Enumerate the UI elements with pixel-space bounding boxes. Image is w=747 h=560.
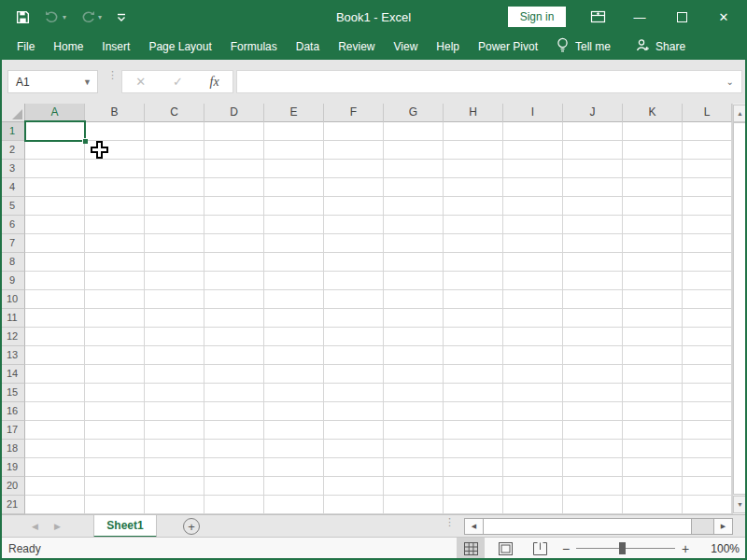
sheet-tab-sheet1[interactable]: Sheet1 [93, 515, 157, 538]
cell-D20[interactable] [204, 477, 264, 496]
new-sheet-button[interactable]: + [183, 518, 200, 535]
cell-I14[interactable] [503, 365, 563, 384]
cell-K9[interactable] [623, 272, 683, 290]
cell-I4[interactable] [503, 178, 563, 197]
scroll-up-icon[interactable]: ▲ [733, 105, 747, 122]
cell-J3[interactable] [563, 160, 623, 178]
cell-K2[interactable] [623, 141, 683, 160]
cell-D13[interactable] [204, 346, 264, 365]
row-header-2[interactable]: 2 [0, 141, 25, 160]
cell-E4[interactable] [264, 178, 324, 197]
row-header-4[interactable]: 4 [0, 178, 25, 197]
column-header-L[interactable]: L [683, 104, 732, 122]
cell-A19[interactable] [25, 458, 85, 477]
cell-G18[interactable] [384, 440, 444, 458]
cell-C11[interactable] [145, 309, 204, 328]
cell-H4[interactable] [444, 178, 503, 197]
cell-C6[interactable] [145, 216, 204, 234]
cell-H10[interactable] [444, 290, 503, 309]
zoom-out-icon[interactable]: − [558, 541, 573, 556]
cell-A11[interactable] [25, 309, 85, 328]
cell-L7[interactable] [683, 234, 732, 253]
cell-F13[interactable] [324, 346, 384, 365]
cell-D11[interactable] [204, 309, 264, 328]
cell-A12[interactable] [25, 328, 85, 346]
normal-view-button[interactable] [457, 538, 485, 559]
cell-E14[interactable] [264, 365, 324, 384]
row-header-5[interactable]: 5 [0, 197, 25, 216]
cell-J6[interactable] [563, 216, 623, 234]
ribbon-tab-power-pivot[interactable]: Power Pivot [469, 34, 547, 60]
zoom-in-icon[interactable]: + [678, 541, 693, 556]
row-header-9[interactable]: 9 [0, 272, 25, 290]
ribbon-tab-review[interactable]: Review [329, 34, 384, 60]
column-header-J[interactable]: J [563, 104, 623, 122]
cell-A16[interactable] [25, 402, 85, 421]
row-header-18[interactable]: 18 [0, 440, 25, 458]
cell-L14[interactable] [683, 365, 732, 384]
cell-F14[interactable] [324, 365, 384, 384]
cell-A17[interactable] [25, 421, 85, 440]
cell-J21[interactable] [563, 496, 623, 514]
column-header-G[interactable]: G [384, 104, 444, 122]
cell-K3[interactable] [623, 160, 683, 178]
cell-B8[interactable] [85, 253, 145, 272]
cell-L15[interactable] [683, 384, 732, 402]
cell-G9[interactable] [384, 272, 444, 290]
cell-G4[interactable] [384, 178, 444, 197]
cell-G12[interactable] [384, 328, 444, 346]
cell-G13[interactable] [384, 346, 444, 365]
cell-F10[interactable] [324, 290, 384, 309]
cell-E17[interactable] [264, 421, 324, 440]
cell-E11[interactable] [264, 309, 324, 328]
cell-G1[interactable] [384, 122, 444, 141]
cell-C15[interactable] [145, 384, 204, 402]
cell-D1[interactable] [204, 122, 264, 141]
ribbon-tab-file[interactable]: File [7, 34, 44, 60]
cell-E9[interactable] [264, 272, 324, 290]
customize-toolbar-icon[interactable] [115, 11, 128, 22]
cell-H15[interactable] [444, 384, 503, 402]
horizontal-scrollbar-track[interactable] [692, 518, 713, 535]
cell-D7[interactable] [204, 234, 264, 253]
cell-E3[interactable] [264, 160, 324, 178]
cell-I2[interactable] [503, 141, 563, 160]
cell-A20[interactable] [25, 477, 85, 496]
cell-A21[interactable] [25, 496, 85, 514]
cell-L10[interactable] [683, 290, 732, 309]
cell-L20[interactable] [683, 477, 732, 496]
cell-D21[interactable] [204, 496, 264, 514]
cell-A8[interactable] [25, 253, 85, 272]
cell-L11[interactable] [683, 309, 732, 328]
cell-H20[interactable] [444, 477, 503, 496]
cell-L13[interactable] [683, 346, 732, 365]
horizontal-scrollbar-thumb[interactable] [484, 518, 692, 535]
cell-H7[interactable] [444, 234, 503, 253]
cell-K16[interactable] [623, 402, 683, 421]
cell-A13[interactable] [25, 346, 85, 365]
cell-L9[interactable] [683, 272, 732, 290]
undo-icon[interactable]: ▾ [44, 10, 66, 23]
cell-H16[interactable] [444, 402, 503, 421]
cell-B2[interactable] [85, 141, 145, 160]
cell-L17[interactable] [683, 421, 732, 440]
cell-E15[interactable] [264, 384, 324, 402]
cell-J11[interactable] [563, 309, 623, 328]
cell-I1[interactable] [503, 122, 563, 141]
cell-H21[interactable] [444, 496, 503, 514]
cell-H8[interactable] [444, 253, 503, 272]
cell-I17[interactable] [503, 421, 563, 440]
cell-H2[interactable] [444, 141, 503, 160]
cell-J7[interactable] [563, 234, 623, 253]
scroll-right-icon[interactable]: ▶ [713, 518, 733, 535]
cell-L19[interactable] [683, 458, 732, 477]
cell-L18[interactable] [683, 440, 732, 458]
cell-L3[interactable] [683, 160, 732, 178]
cell-D5[interactable] [204, 197, 264, 216]
cell-C3[interactable] [145, 160, 204, 178]
cell-K17[interactable] [623, 421, 683, 440]
cell-J20[interactable] [563, 477, 623, 496]
cell-C10[interactable] [145, 290, 204, 309]
row-header-17[interactable]: 17 [0, 421, 25, 440]
cell-L16[interactable] [683, 402, 732, 421]
